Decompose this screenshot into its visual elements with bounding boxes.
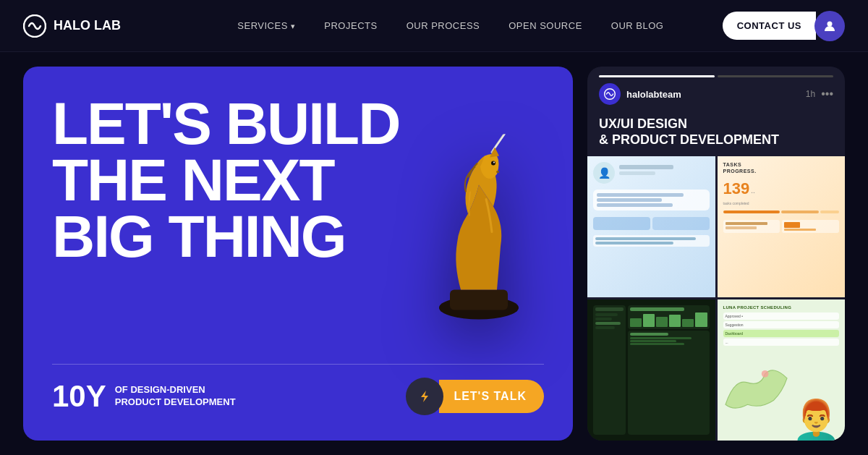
nav-our-process[interactable]: OUR PROCESS (407, 20, 480, 31)
headline-line3: BIG THING (52, 208, 428, 265)
contact-cta: CONTACT US (723, 11, 845, 41)
svg-rect-3 (450, 289, 508, 310)
brand-name: HALO LAB (54, 18, 121, 33)
nav-our-blog[interactable]: OUR BLOG (611, 20, 664, 31)
story-progress (599, 75, 833, 77)
contact-us-button[interactable]: CONTACT US (723, 12, 816, 40)
bolt-icon-circle (406, 378, 443, 415)
lets-talk-label: LET'S TALK (439, 380, 544, 413)
headline-line2: THE NEXT (52, 152, 428, 208)
thumbnail-4[interactable]: Luna project scheduling Approved • Sugge… (718, 299, 846, 441)
bolt-icon (417, 389, 432, 404)
hero-stat: 10Y OF DESIGN-DRIVEN PRODUCT DEVELOPMENT (52, 381, 236, 412)
thumbnail-2[interactable]: TASKS PROGRESS. 139 .. tasks completed (718, 156, 846, 297)
lets-talk-button[interactable]: LET'S TALK (406, 378, 544, 415)
logo-icon (23, 14, 46, 38)
story-time: 1h (806, 89, 815, 99)
stat-number: 10Y (52, 381, 106, 412)
nav-services[interactable]: SERVICES (237, 20, 295, 31)
story-username: halolabteam (626, 89, 800, 100)
story-bar: halolabteam 1h ••• (587, 67, 845, 111)
thumbnail-3[interactable] (587, 299, 715, 441)
navbar: HALO LAB SERVICES PROJECTS OUR PROCESS O… (0, 0, 868, 52)
story-avatar (599, 83, 621, 105)
story-segment-2 (718, 75, 833, 77)
svg-point-8 (761, 370, 768, 378)
halo-logo-small-icon (603, 88, 616, 101)
nav-links: SERVICES PROJECTS OUR PROCESS OPEN SOURC… (179, 20, 723, 31)
story-header: halolabteam 1h ••• (599, 83, 833, 105)
hero-headline: LET'S BUILD THE NEXT BIG THING (52, 95, 428, 265)
logo[interactable]: HALO LAB (23, 14, 121, 38)
hero-card: LET'S BUILD THE NEXT BIG THING (23, 67, 573, 441)
contact-icon-button[interactable] (814, 11, 845, 41)
story-segment-1 (599, 75, 715, 77)
chess-piece-decoration (407, 134, 551, 352)
story-title: UX/UI DESIGN & PRODUCT DEVELOPMENT (587, 111, 845, 156)
svg-point-1 (827, 21, 833, 26)
more-options-icon[interactable]: ••• (821, 88, 833, 101)
nav-open-source[interactable]: OPEN SOURCE (509, 20, 582, 31)
svg-point-6 (496, 170, 499, 172)
stat-text: OF DESIGN-DRIVEN PRODUCT DEVELOPMENT (115, 381, 236, 409)
instagram-panel: halolabteam 1h ••• UX/UI DESIGN & PRODUC… (587, 67, 845, 441)
thumbnail-1[interactable]: 👤 (587, 156, 715, 297)
chess-knight-icon (407, 134, 551, 322)
svg-point-5 (493, 161, 495, 163)
user-icon (823, 20, 836, 33)
headline-line1: LET'S BUILD (52, 95, 428, 152)
nav-projects[interactable]: PROJECTS (324, 20, 377, 31)
main-content: LET'S BUILD THE NEXT BIG THING (0, 52, 868, 455)
chevron-down-icon (291, 20, 296, 31)
svg-point-4 (491, 161, 495, 165)
hero-footer: 10Y OF DESIGN-DRIVEN PRODUCT DEVELOPMENT… (52, 364, 544, 415)
story-grid: 👤 (587, 156, 845, 441)
